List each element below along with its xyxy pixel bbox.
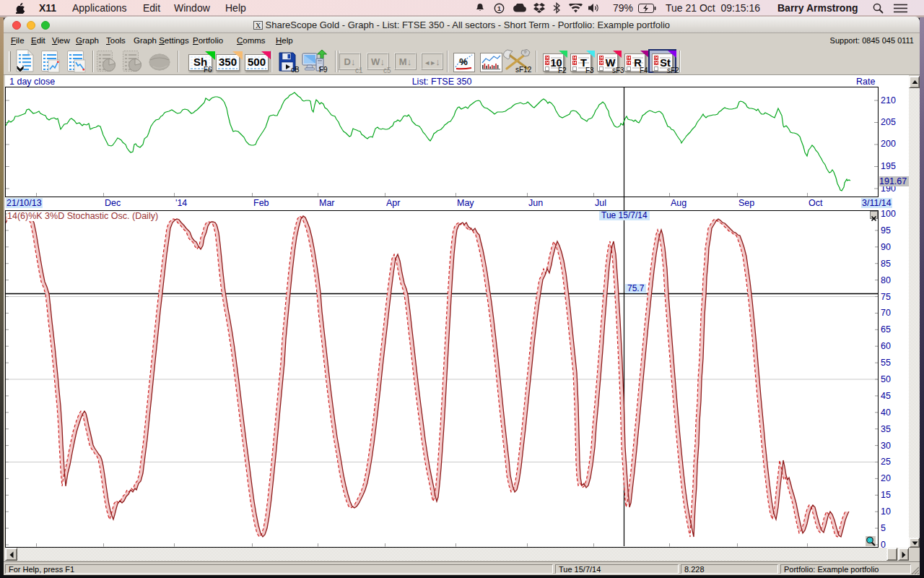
svg-text:1: 1 [497, 4, 501, 12]
svg-text:X: X [256, 22, 261, 30]
svg-text:%: % [459, 56, 468, 67]
